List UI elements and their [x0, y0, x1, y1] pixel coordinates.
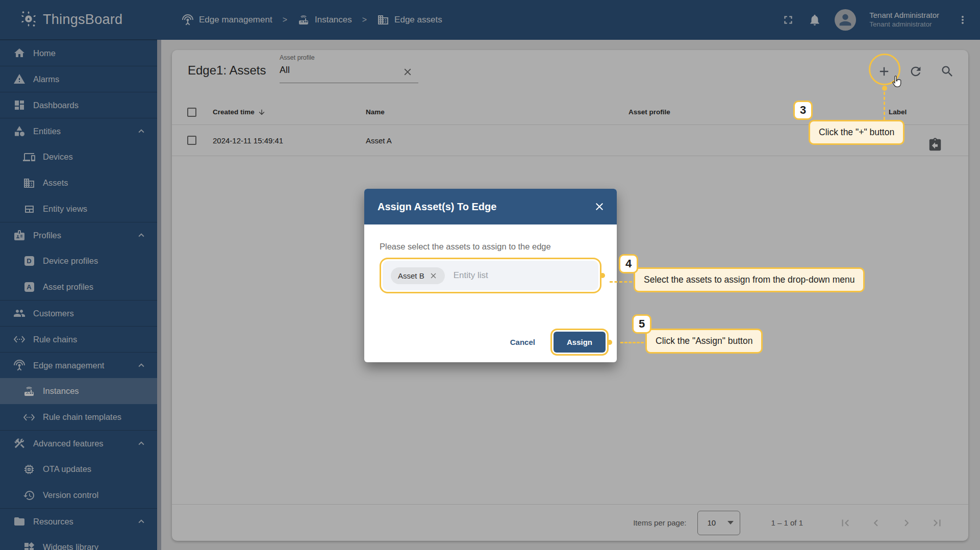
chip-remove-icon[interactable]	[429, 271, 438, 280]
step-callout-3: Click the "+" button	[809, 120, 904, 145]
step-callout-5: Click the "Assign" button	[645, 329, 763, 354]
asset-chip[interactable]: Asset B	[391, 267, 445, 284]
cancel-button[interactable]: Cancel	[500, 333, 545, 352]
step-badge-5: 5	[632, 314, 651, 334]
entity-list-input[interactable]: Asset B Entity list	[383, 261, 598, 290]
dialog-prompt: Please select the assets to assign to th…	[380, 242, 601, 252]
assign-button[interactable]: Assign	[554, 332, 606, 353]
entity-list-highlight-ring: Asset B Entity list	[380, 258, 601, 293]
annotation-connector-dot	[882, 86, 887, 91]
dialog-close-icon[interactable]	[593, 201, 606, 213]
step-badge-3: 3	[793, 101, 813, 120]
entity-list-placeholder: Entity list	[454, 270, 488, 281]
annotation-connector-dot	[600, 273, 605, 278]
dialog-title: Assign Asset(s) To Edge	[378, 201, 496, 213]
step-badge-4: 4	[619, 254, 638, 273]
step-callout-4: Select the assets to assign from the dro…	[634, 267, 865, 292]
annotation-dashed-line	[610, 281, 632, 283]
annotation-dashed-line	[620, 342, 644, 343]
asset-chip-label: Asset B	[398, 271, 424, 280]
assign-assets-dialog: Assign Asset(s) To Edge Please select th…	[364, 189, 617, 362]
annotation-dashed-line	[884, 92, 885, 120]
cursor-hand-icon	[890, 74, 903, 88]
assign-highlight-ring: Assign	[550, 329, 609, 356]
dialog-header: Assign Asset(s) To Edge	[364, 189, 617, 224]
annotation-connector-dot	[607, 340, 612, 345]
